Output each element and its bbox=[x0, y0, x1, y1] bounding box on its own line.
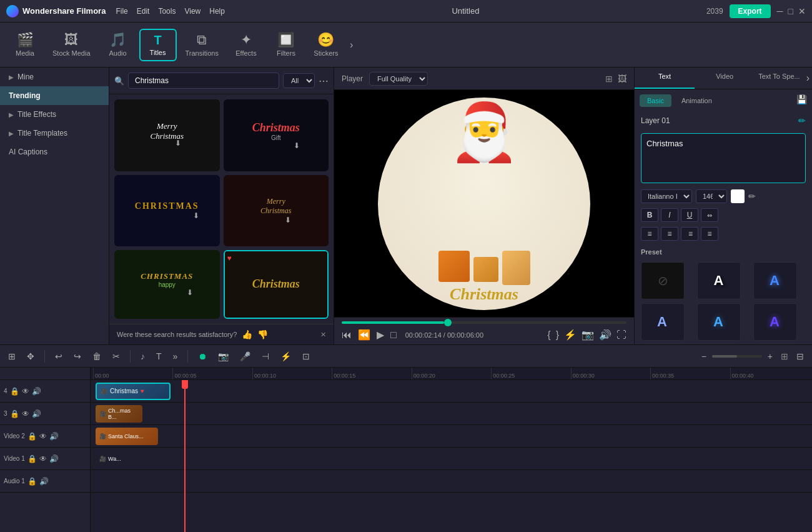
skip-back-button[interactable]: ⏮ bbox=[342, 329, 352, 341]
format-italic-button[interactable]: I bbox=[661, 208, 678, 222]
mark-out-button[interactable]: } bbox=[556, 329, 559, 341]
tl-grid-button[interactable]: ⊞ bbox=[781, 351, 788, 361]
tl-magnet-icon[interactable]: ✥ bbox=[24, 349, 37, 363]
sidebar-item-title-templates[interactable]: ▶ Title Templates bbox=[0, 124, 109, 143]
align-right-button[interactable]: ≡ bbox=[681, 227, 698, 241]
tool-audio[interactable]: 🎵 Audio bbox=[99, 29, 137, 61]
menu-view[interactable]: View bbox=[184, 7, 201, 16]
title-card-1[interactable]: Merry Christmas ⬇ Christmas Magic Title … bbox=[114, 99, 220, 171]
track-eye-icon-3[interactable]: 👁 bbox=[22, 409, 29, 418]
menu-help[interactable]: Help bbox=[209, 7, 225, 16]
preset-2[interactable]: A bbox=[753, 262, 797, 299]
preset-none[interactable]: ⊘ bbox=[641, 262, 685, 299]
format-underline-button[interactable]: U bbox=[681, 208, 698, 222]
tool-filters[interactable]: 🔲 Filters bbox=[267, 29, 305, 61]
sidebar-item-trending[interactable]: Trending bbox=[0, 86, 109, 105]
preset-3[interactable]: A bbox=[641, 303, 685, 341]
clip-christmas-b[interactable]: 🎥 Ch...mas B... bbox=[96, 405, 142, 423]
layer-edit-icon[interactable]: ✏ bbox=[798, 116, 806, 126]
tl-zoom-out-button[interactable]: − bbox=[698, 349, 710, 363]
tab-text[interactable]: Text bbox=[635, 68, 695, 89]
quality-select[interactable]: Full Quality bbox=[369, 72, 428, 86]
tool-stickers[interactable]: 😊 Stickers bbox=[307, 29, 345, 61]
tool-transitions[interactable]: ⧉ Transitions bbox=[179, 29, 225, 61]
export-button[interactable]: Export bbox=[730, 4, 771, 18]
track-audio-mute-icon-a1[interactable]: 🔊 bbox=[39, 477, 49, 486]
track-audio-icon-v2[interactable]: 🔊 bbox=[49, 432, 59, 441]
format-spacing-button[interactable]: ⇔ bbox=[701, 208, 718, 222]
track-lock-icon-3[interactable]: 🔒 bbox=[10, 409, 19, 418]
title-card-5[interactable]: CHRISTMAS happy ⬇ Happy Christmas bbox=[114, 250, 220, 319]
title-card-4[interactable]: Merry Christmas ⬇ Merry Christmas 03 Tit… bbox=[224, 175, 329, 246]
volume-button[interactable]: 🔊 bbox=[599, 329, 611, 341]
align-justify-button[interactable]: ≡ bbox=[701, 227, 718, 241]
color-picker-icon[interactable]: ✏ bbox=[748, 191, 756, 201]
track-lock-icon-v2[interactable]: 🔒 bbox=[27, 432, 37, 441]
preset-1[interactable]: A bbox=[697, 262, 741, 299]
maximize-button[interactable]: □ bbox=[788, 6, 793, 16]
sidebar-item-mine[interactable]: ▶ Mine bbox=[0, 68, 109, 86]
tl-layout-icon[interactable]: ⊞ bbox=[5, 349, 19, 363]
tool-titles[interactable]: T Titles bbox=[139, 29, 177, 61]
feedback-close-button[interactable]: ✕ bbox=[320, 331, 326, 339]
track-eye-icon-v2[interactable]: 👁 bbox=[39, 432, 47, 441]
tool-media[interactable]: 🎬 Media bbox=[6, 29, 44, 61]
panel-more-arrow[interactable]: › bbox=[804, 68, 812, 89]
zoom-bar[interactable] bbox=[712, 355, 762, 358]
track-lock-icon-v1[interactable]: 🔒 bbox=[27, 454, 37, 463]
preset-save-icon[interactable]: 💾 bbox=[796, 94, 807, 107]
tl-crop-button[interactable]: ⊡ bbox=[299, 349, 313, 363]
tl-voiceover-button[interactable]: 🎤 bbox=[237, 349, 254, 363]
preset-5[interactable]: A bbox=[753, 303, 797, 341]
clip-wa[interactable]: 🎥 Wa... bbox=[96, 450, 161, 468]
track-eye-icon-v1[interactable]: 👁 bbox=[39, 454, 47, 463]
progress-bar[interactable] bbox=[342, 321, 626, 324]
title-card-3[interactable]: CHRISTMAS ⬇ Merry Christmas 02 O... bbox=[114, 175, 220, 246]
thumbs-up-button[interactable]: 👍 bbox=[242, 329, 252, 339]
more-options-button[interactable]: ⋯ bbox=[319, 75, 329, 87]
play-button[interactable]: ▶ bbox=[377, 329, 384, 341]
tl-camera-button[interactable]: 📷 bbox=[215, 349, 232, 363]
tab-text-to-speech[interactable]: Text To Spe... bbox=[755, 68, 803, 89]
thumbs-down-button[interactable]: 👎 bbox=[257, 329, 268, 339]
tl-undo-button[interactable]: ↩ bbox=[52, 349, 66, 363]
track-audio-icon-3[interactable]: 🔊 bbox=[32, 409, 41, 418]
mark-in-button[interactable]: { bbox=[547, 329, 550, 341]
tl-more-icon[interactable]: » bbox=[170, 349, 181, 363]
title-card-6[interactable]: ♥ Christmas Christmas bbox=[224, 250, 329, 319]
toolbar-more-arrow[interactable]: › bbox=[347, 39, 355, 51]
track-lock-icon-4[interactable]: 🔒 bbox=[10, 387, 19, 396]
format-bold-button[interactable]: B bbox=[641, 208, 658, 222]
tl-cut-button[interactable]: ✂ bbox=[109, 349, 123, 363]
subtab-basic[interactable]: Basic bbox=[640, 94, 671, 107]
progress-handle[interactable] bbox=[444, 319, 452, 326]
font-select[interactable]: Italianno I bbox=[641, 189, 692, 203]
tl-delete-button[interactable]: 🗑 bbox=[89, 349, 104, 363]
tool-effects[interactable]: ✦ Effects bbox=[227, 29, 265, 61]
font-size-select[interactable]: 146 bbox=[696, 189, 727, 203]
grid-view-icon[interactable]: ⊞ bbox=[605, 74, 613, 84]
speed-button[interactable]: ⚡ bbox=[564, 329, 577, 341]
track-eye-icon-4[interactable]: 👁 bbox=[22, 387, 29, 396]
fullscreen-button[interactable]: ⛶ bbox=[616, 329, 626, 341]
close-button[interactable]: ✕ bbox=[798, 6, 806, 16]
color-picker-box[interactable] bbox=[731, 189, 745, 203]
menu-file[interactable]: File bbox=[116, 7, 127, 16]
align-left-button[interactable]: ≡ bbox=[641, 227, 658, 241]
menu-edit[interactable]: Edit bbox=[137, 7, 150, 16]
tool-stock[interactable]: 🖼 Stock Media bbox=[46, 29, 97, 61]
tl-text-icon[interactable]: T bbox=[153, 349, 165, 363]
sidebar-item-title-effects[interactable]: ▶ Title Effects bbox=[0, 105, 109, 124]
minimize-button[interactable]: ─ bbox=[777, 6, 783, 16]
track-audio-icon-4[interactable]: 🔊 bbox=[32, 387, 41, 396]
frame-forward-button[interactable]: □ bbox=[390, 329, 397, 341]
sidebar-item-ai-captions[interactable]: AI Captions bbox=[0, 143, 109, 161]
tl-audio-icon[interactable]: ♪ bbox=[137, 349, 148, 363]
clip-santa[interactable]: 🎥 Santa Claus... bbox=[96, 428, 158, 445]
track-audio-icon-v1[interactable]: 🔊 bbox=[49, 454, 59, 463]
snapshot-button[interactable]: 📷 bbox=[582, 329, 594, 341]
title-card-2[interactable]: Christmas Gift ⬇ Christmas Magic Title .… bbox=[224, 99, 329, 171]
clip-christmas[interactable]: 🎥 Christmas ♥ bbox=[96, 383, 171, 400]
tl-redo-button[interactable]: ↪ bbox=[71, 349, 84, 363]
search-input[interactable] bbox=[128, 73, 279, 89]
